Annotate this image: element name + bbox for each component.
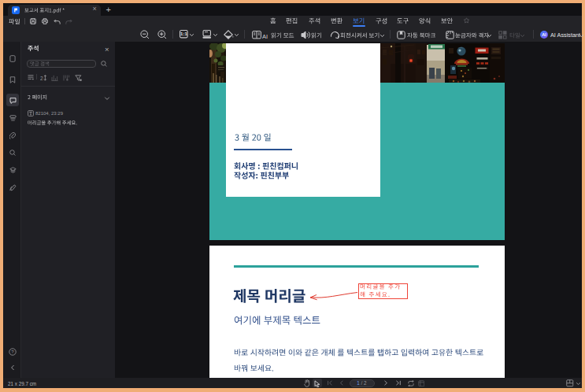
svg-text:1:1: 1:1 — [180, 31, 187, 36]
svg-text:2: 2 — [40, 75, 43, 80]
svg-text:AI: AI — [542, 32, 546, 37]
svg-text:?: ? — [11, 349, 14, 354]
